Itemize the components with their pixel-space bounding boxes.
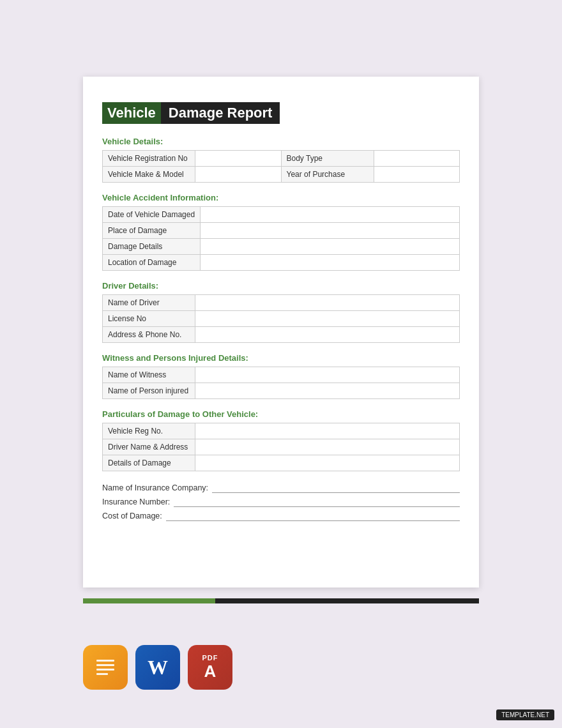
section-driver-details: Driver Details: [102, 281, 460, 291]
driver-details-table: Name of Driver License No Address & Phon… [102, 294, 460, 343]
label-driver-name: Name of Driver [103, 295, 195, 311]
document-title: Vehicle Damage Report [102, 102, 460, 124]
value-body-type[interactable] [374, 151, 460, 167]
value-driver-name-address[interactable] [195, 439, 460, 455]
document-container: Vehicle Damage Report Vehicle Details: V… [83, 77, 479, 588]
value-location-damage[interactable] [201, 255, 460, 271]
pages-icon-decoration [96, 660, 114, 675]
section-accident-info: Vehicle Accident Information: [102, 193, 460, 202]
template-badge: TEMPLATE.NET [496, 709, 554, 720]
label-location-damage: Location of Damage [103, 255, 201, 271]
accident-info-table: Date of Vehicle Damaged Place of Damage … [102, 206, 460, 271]
value-damage-details[interactable] [201, 239, 460, 255]
value-license-no[interactable] [195, 311, 460, 327]
bar-black [215, 598, 479, 603]
label-body-type: Body Type [281, 151, 374, 167]
label-reg-no: Vehicle Registration No [103, 151, 195, 167]
label-cost-damage: Cost of Damage: [102, 512, 162, 520]
value-vehicle-reg[interactable] [195, 423, 460, 439]
label-date-damaged: Date of Vehicle Damaged [103, 207, 201, 223]
value-address-phone[interactable] [195, 327, 460, 343]
label-insurance-company: Name of Insurance Company: [102, 483, 208, 492]
label-vehicle-reg: Vehicle Reg No. [103, 423, 195, 439]
value-witness-name[interactable] [195, 367, 460, 383]
pdf-icon-text: PDF A [202, 654, 218, 681]
value-driver-name[interactable] [195, 295, 460, 311]
section-witness: Witness and Persons Injured Details: [102, 353, 460, 363]
cost-damage-field: Cost of Damage: [102, 511, 460, 521]
label-damage-details: Damage Details [103, 239, 201, 255]
value-reg-no[interactable] [195, 151, 282, 167]
bottom-bar [83, 598, 479, 603]
pages-icon[interactable] [83, 645, 128, 690]
section-other-vehicle: Particulars of Damage to Other Vehicle: [102, 409, 460, 419]
word-icon[interactable]: W [135, 645, 180, 690]
bar-green [83, 598, 215, 603]
title-rest: Damage Report [161, 102, 280, 124]
label-address-phone: Address & Phone No. [103, 327, 195, 343]
label-insurance-number: Insurance Number: [102, 497, 170, 506]
label-details-damage: Details of Damage [103, 455, 195, 471]
insurance-number-field: Insurance Number: [102, 497, 460, 507]
label-license-no: License No [103, 311, 195, 327]
value-person-injured[interactable] [195, 383, 460, 399]
insurance-company-field: Name of Insurance Company: [102, 483, 460, 493]
value-year-purchase[interactable] [374, 167, 460, 183]
icons-row: W PDF A [83, 645, 232, 690]
label-year-purchase: Year of Purchase [281, 167, 374, 183]
label-person-injured: Name of Person injured [103, 383, 195, 399]
label-driver-name-address: Driver Name & Address [103, 439, 195, 455]
label-make-model: Vehicle Make & Model [103, 167, 195, 183]
value-make-model[interactable] [195, 167, 282, 183]
other-vehicle-table: Vehicle Reg No. Driver Name & Address De… [102, 423, 460, 471]
title-vehicle: Vehicle [102, 102, 161, 124]
witness-table: Name of Witness Name of Person injured [102, 367, 460, 399]
value-insurance-company[interactable] [212, 483, 460, 493]
value-place-damage[interactable] [201, 223, 460, 239]
value-date-damaged[interactable] [201, 207, 460, 223]
value-details-damage[interactable] [195, 455, 460, 471]
value-insurance-number[interactable] [174, 497, 460, 507]
label-place-damage: Place of Damage [103, 223, 201, 239]
value-cost-damage[interactable] [166, 511, 460, 521]
section-vehicle-details: Vehicle Details: [102, 137, 460, 146]
pdf-icon[interactable]: PDF A [188, 645, 232, 690]
label-witness-name: Name of Witness [103, 367, 195, 383]
word-w-letter: W [148, 656, 168, 679]
vehicle-details-table: Vehicle Registration No Body Type Vehicl… [102, 150, 460, 183]
